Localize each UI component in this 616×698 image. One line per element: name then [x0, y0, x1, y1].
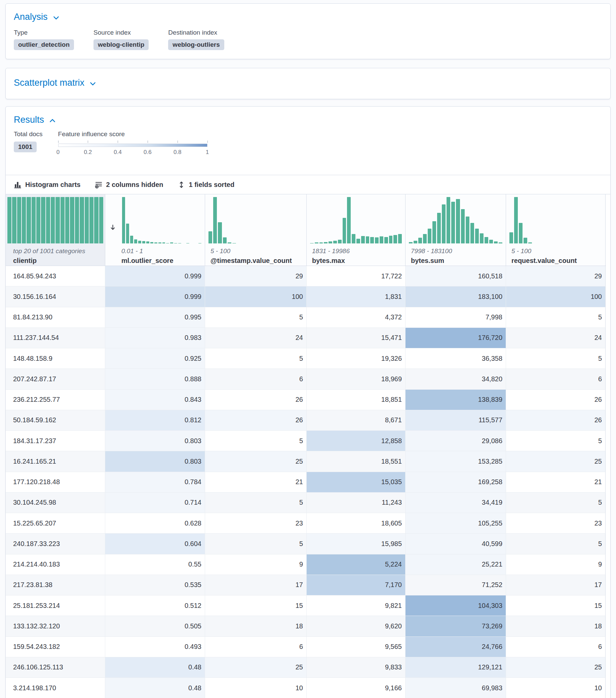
cell-timestamp-value_count[interactable]: 15	[205, 596, 307, 616]
scatterplot-accordion-toggle[interactable]: Scatterplot matrix	[6, 68, 104, 88]
cell-timestamp-value_count[interactable]: 25	[205, 657, 307, 678]
cell-bytes-max[interactable]: 4,372	[307, 307, 406, 328]
cell-timestamp-value_count[interactable]: 26	[205, 390, 307, 410]
cell-request-value_count[interactable]: 5	[506, 534, 605, 554]
cell-request-value_count[interactable]: 15	[506, 596, 605, 616]
cell-bytes-sum[interactable]: 69,983	[406, 678, 506, 698]
cell-ml-outlier_score[interactable]: 0.995	[105, 307, 205, 328]
cell-bytes-sum[interactable]: 40,599	[406, 534, 506, 554]
cell-bytes-max[interactable]: 7,170	[307, 575, 406, 596]
cell-request-value_count[interactable]: 6	[506, 637, 605, 657]
cell-bytes-max[interactable]: 18,851	[307, 390, 406, 410]
cell-clientip[interactable]: 207.242.87.17	[6, 369, 105, 389]
cell-bytes-sum[interactable]: 34,820	[406, 369, 506, 389]
cell-request-value_count[interactable]: 6	[506, 369, 605, 389]
cell-bytes-sum[interactable]: 153,285	[406, 451, 506, 472]
cell-ml-outlier_score[interactable]: 0.535	[105, 575, 205, 596]
cell-request-value_count[interactable]: 9	[506, 555, 605, 575]
cell-clientip[interactable]: 25.181.253.214	[6, 596, 105, 616]
cell-bytes-sum[interactable]: 104,303	[406, 596, 506, 616]
cell-ml-outlier_score[interactable]: 0.812	[105, 410, 205, 431]
cell-clientip[interactable]: 236.212.255.77	[6, 390, 105, 410]
cell-request-value_count[interactable]: 25	[506, 451, 605, 472]
cell-timestamp-value_count[interactable]: 5	[205, 492, 307, 513]
cell-bytes-sum[interactable]: 34,419	[406, 492, 506, 513]
cell-clientip[interactable]: 164.85.94.243	[6, 266, 105, 287]
cell-clientip[interactable]: 111.237.144.54	[6, 328, 105, 348]
cell-request-value_count[interactable]: 26	[506, 390, 605, 410]
cell-ml-outlier_score[interactable]: 0.604	[105, 534, 205, 554]
cell-bytes-max[interactable]: 18,605	[307, 513, 406, 534]
cell-clientip[interactable]: 148.48.158.9	[6, 348, 105, 369]
columns-hidden-button[interactable]: 2 columns hidden	[95, 181, 164, 189]
cell-bytes-max[interactable]: 9,166	[307, 678, 406, 698]
cell-request-value_count[interactable]: 26	[506, 410, 605, 431]
cell-timestamp-value_count[interactable]: 26	[205, 410, 307, 431]
cell-ml-outlier_score[interactable]: 0.512	[105, 596, 205, 616]
cell-bytes-sum[interactable]: 183,100	[406, 287, 506, 307]
cell-request-value_count[interactable]: 5	[506, 492, 605, 513]
cell-clientip[interactable]: 30.156.16.164	[6, 287, 105, 307]
cell-bytes-sum[interactable]: 25,221	[406, 555, 506, 575]
cell-bytes-max[interactable]: 15,471	[307, 328, 406, 348]
cell-ml-outlier_score[interactable]: 0.48	[105, 678, 205, 698]
cell-clientip[interactable]: 246.106.125.113	[6, 657, 105, 678]
cell-timestamp-value_count[interactable]: 100	[205, 287, 307, 307]
cell-timestamp-value_count[interactable]: 5	[205, 307, 307, 328]
cell-clientip[interactable]: 15.225.65.207	[6, 513, 105, 534]
cell-clientip[interactable]: 159.54.243.182	[6, 637, 105, 657]
cell-bytes-sum[interactable]: 176,720	[406, 328, 506, 348]
cell-bytes-max[interactable]: 12,858	[307, 431, 406, 451]
cell-request-value_count[interactable]: 5	[506, 348, 605, 369]
cell-bytes-sum[interactable]: 7,998	[406, 307, 506, 328]
cell-request-value_count[interactable]: 10	[506, 678, 605, 698]
cell-bytes-max[interactable]: 9,833	[307, 657, 406, 678]
cell-clientip[interactable]: 217.23.81.38	[6, 575, 105, 596]
cell-ml-outlier_score[interactable]: 0.999	[105, 266, 205, 287]
fields-sorted-button[interactable]: 1 fields sorted	[178, 181, 235, 189]
cell-ml-outlier_score[interactable]: 0.925	[105, 348, 205, 369]
cell-bytes-sum[interactable]: 129,121	[406, 657, 506, 678]
cell-ml-outlier_score[interactable]: 0.999	[105, 287, 205, 307]
cell-clientip[interactable]: 30.104.245.98	[6, 492, 105, 513]
cell-ml-outlier_score[interactable]: 0.714	[105, 492, 205, 513]
cell-bytes-max[interactable]: 9,620	[307, 616, 406, 637]
cell-timestamp-value_count[interactable]: 5	[205, 348, 307, 369]
cell-bytes-max[interactable]: 19,326	[307, 348, 406, 369]
column-header-request-value_count[interactable]: 5 - 100request.value_count	[506, 194, 605, 266]
cell-bytes-max[interactable]: 9,821	[307, 596, 406, 616]
cell-request-value_count[interactable]: 21	[506, 472, 605, 492]
cell-ml-outlier_score[interactable]: 0.983	[105, 328, 205, 348]
cell-request-value_count[interactable]: 5	[506, 307, 605, 328]
cell-request-value_count[interactable]: 17	[506, 575, 605, 596]
cell-ml-outlier_score[interactable]: 0.803	[105, 431, 205, 451]
cell-ml-outlier_score[interactable]: 0.55	[105, 555, 205, 575]
cell-ml-outlier_score[interactable]: 0.48	[105, 657, 205, 678]
cell-timestamp-value_count[interactable]: 10	[205, 678, 307, 698]
cell-bytes-sum[interactable]: 160,518	[406, 266, 506, 287]
cell-bytes-max[interactable]: 18,969	[307, 369, 406, 389]
cell-timestamp-value_count[interactable]: 25	[205, 451, 307, 472]
cell-timestamp-value_count[interactable]: 5	[205, 431, 307, 451]
cell-request-value_count[interactable]: 24	[506, 328, 605, 348]
cell-ml-outlier_score[interactable]: 0.888	[105, 369, 205, 389]
cell-clientip[interactable]: 50.184.59.162	[6, 410, 105, 431]
cell-timestamp-value_count[interactable]: 6	[205, 637, 307, 657]
cell-ml-outlier_score[interactable]: 0.628	[105, 513, 205, 534]
cell-timestamp-value_count[interactable]: 18	[205, 616, 307, 637]
cell-bytes-max[interactable]: 8,671	[307, 410, 406, 431]
column-header-bytes-sum[interactable]: 7998 - 183100bytes.sum	[406, 194, 506, 266]
cell-ml-outlier_score[interactable]: 0.505	[105, 616, 205, 637]
cell-clientip[interactable]: 3.214.198.170	[6, 678, 105, 698]
cell-timestamp-value_count[interactable]: 29	[205, 266, 307, 287]
cell-timestamp-value_count[interactable]: 6	[205, 369, 307, 389]
cell-ml-outlier_score[interactable]: 0.493	[105, 637, 205, 657]
cell-timestamp-value_count[interactable]: 17	[205, 575, 307, 596]
cell-bytes-sum[interactable]: 115,577	[406, 410, 506, 431]
cell-bytes-max[interactable]: 9,565	[307, 637, 406, 657]
cell-bytes-sum[interactable]: 71,252	[406, 575, 506, 596]
cell-bytes-max[interactable]: 1,831	[307, 287, 406, 307]
cell-timestamp-value_count[interactable]: 24	[205, 328, 307, 348]
cell-clientip[interactable]: 133.132.32.120	[6, 616, 105, 637]
results-accordion-toggle[interactable]: Results	[6, 107, 64, 125]
